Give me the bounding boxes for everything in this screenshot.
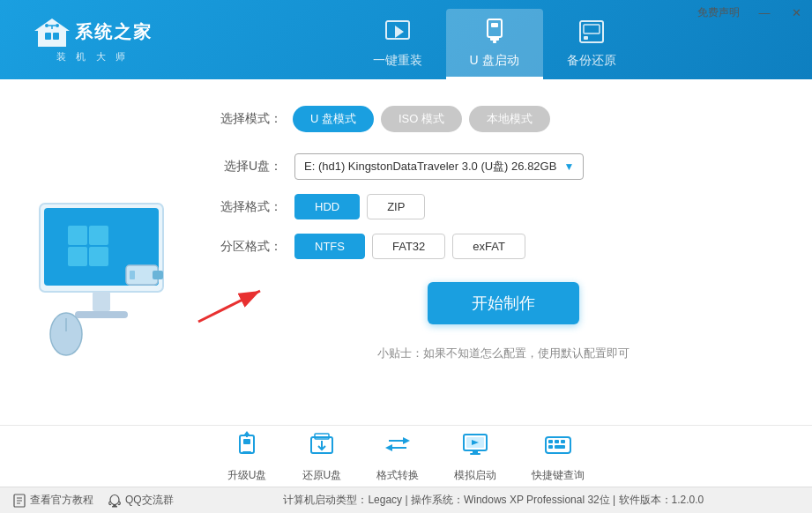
svg-rect-20 <box>68 247 87 266</box>
svg-marker-39 <box>385 444 392 451</box>
svg-rect-43 <box>470 453 480 455</box>
app-subtitle: 装 机 大 师 <box>56 50 128 63</box>
shortcut-btn[interactable]: 快捷键查询 <box>532 430 585 483</box>
close-button[interactable]: ✕ <box>780 0 812 25</box>
svg-rect-26 <box>130 271 135 279</box>
svg-point-5 <box>45 24 48 27</box>
svg-rect-19 <box>89 226 108 245</box>
svg-rect-15 <box>584 36 588 40</box>
svg-rect-21 <box>89 247 108 266</box>
restore-usb-label: 还原U盘 <box>302 468 342 483</box>
status-bar: 查看官方教程 QQ交流群 计算机启动类型：Legacy | 操作系统：Windo… <box>0 487 812 513</box>
svg-rect-10 <box>491 23 498 27</box>
logo-icon <box>33 17 71 48</box>
mode-iso-btn[interactable]: ISO 模式 <box>381 106 462 132</box>
qq-label: QQ交流群 <box>125 493 174 508</box>
svg-rect-56 <box>113 504 116 506</box>
start-make-button[interactable]: 开始制作 <box>428 282 579 324</box>
svg-line-30 <box>198 291 260 322</box>
partition-exfat-btn[interactable]: exFAT <box>452 234 525 259</box>
mode-local-btn[interactable]: 本地模式 <box>469 106 550 132</box>
book-icon <box>12 494 26 508</box>
app-name: 系统之家 <box>75 20 153 44</box>
logo-area: 系统之家 装 机 大 师 <box>0 0 176 79</box>
format-btn-group: HDD ZIP <box>294 194 425 219</box>
upgrade-icon <box>233 430 261 465</box>
simulate-icon <box>461 430 489 465</box>
svg-rect-33 <box>242 451 251 454</box>
window-controls: 免费声明 — ✕ <box>689 0 812 25</box>
svg-rect-57 <box>112 506 117 508</box>
svg-rect-32 <box>243 439 250 444</box>
svg-rect-48 <box>561 440 565 443</box>
svg-point-55 <box>110 494 119 504</box>
mode-usb-btn[interactable]: U 盘模式 <box>293 106 374 132</box>
svg-marker-34 <box>244 431 250 435</box>
format-select-row: 选择格式： HDD ZIP <box>220 194 786 219</box>
convert-btn[interactable]: 格式转换 <box>376 430 419 483</box>
convert-icon <box>384 430 412 465</box>
svg-rect-46 <box>548 440 553 443</box>
tab-backup-label: 备份还原 <box>567 53 616 69</box>
tutorial-link[interactable]: 查看官方教程 <box>12 493 93 508</box>
usb-dropdown[interactable]: E: (hd1) KingstonDataTraveler 3.0 (U盘) 2… <box>294 153 584 180</box>
convert-label: 格式转换 <box>376 468 419 483</box>
svg-rect-18 <box>68 226 87 245</box>
svg-rect-25 <box>153 271 163 279</box>
mode-label: 选择模式： <box>220 111 282 127</box>
main-area: 选择模式： U 盘模式 ISO 模式 本地模式 选择U盘： E: (hd1) K… <box>0 79 812 478</box>
dropdown-arrow-icon: ▼ <box>563 160 574 173</box>
svg-rect-14 <box>584 25 600 33</box>
svg-point-6 <box>56 24 59 27</box>
tutorial-label: 查看官方教程 <box>30 493 93 508</box>
right-panel: 选择模式： U 盘模式 ISO 模式 本地模式 选择U盘： E: (hd1) K… <box>203 79 812 478</box>
format-zip-btn[interactable]: ZIP <box>367 194 425 219</box>
svg-rect-9 <box>488 19 502 37</box>
format-label: 选择格式： <box>220 199 282 215</box>
partition-fat32-btn[interactable]: FAT32 <box>372 234 445 259</box>
backup-icon <box>578 19 605 48</box>
restore-usb-btn[interactable]: 还原U盘 <box>302 430 342 483</box>
free-notice-label: 免费声明 <box>689 5 749 20</box>
qq-link[interactable]: QQ交流群 <box>108 493 174 508</box>
partition-label: 分区格式： <box>220 239 282 255</box>
tab-reinstall[interactable]: 一键重装 <box>349 9 446 79</box>
simulate-btn[interactable]: 模拟启动 <box>454 430 496 483</box>
reinstall-icon <box>384 19 411 48</box>
svg-marker-8 <box>395 26 404 38</box>
svg-rect-1 <box>45 33 51 40</box>
restore-icon <box>308 430 336 465</box>
minimize-button[interactable]: — <box>749 0 780 25</box>
partition-format-row: 分区格式： NTFS FAT32 exFAT <box>220 234 786 259</box>
tab-usb[interactable]: U 盘启动 <box>446 9 543 79</box>
usb-icon <box>482 18 507 48</box>
logo-row: 系统之家 <box>33 17 153 48</box>
bottom-toolbar: 升级U盘 还原U盘 格式转换 <box>0 425 812 487</box>
shortcut-label: 快捷键查询 <box>532 468 585 483</box>
upgrade-usb-btn[interactable]: 升级U盘 <box>227 430 267 483</box>
partition-btn-group: NTFS FAT32 exFAT <box>294 234 525 259</box>
svg-rect-11 <box>490 37 499 41</box>
start-btn-row: 开始制作 <box>220 282 786 324</box>
left-panel <box>0 79 203 478</box>
svg-rect-47 <box>555 440 559 443</box>
tab-backup[interactable]: 备份还原 <box>543 9 640 79</box>
partition-ntfs-btn[interactable]: NTFS <box>294 234 365 259</box>
format-hdd-btn[interactable]: HDD <box>294 194 360 219</box>
mode-selector-row: 选择模式： U 盘模式 ISO 模式 本地模式 <box>220 106 786 132</box>
svg-rect-12 <box>493 41 496 43</box>
status-info: 计算机启动类型：Legacy | 操作系统：Windows XP Profess… <box>188 493 800 508</box>
tip-text: 小贴士：如果不知道怎么配置，使用默认配置即可 <box>220 346 786 361</box>
svg-rect-42 <box>473 450 478 453</box>
svg-rect-49 <box>548 445 553 449</box>
svg-marker-0 <box>34 19 70 47</box>
simulate-label: 模拟启动 <box>454 468 496 483</box>
monitor-illustration <box>22 195 181 362</box>
qq-icon <box>108 494 122 508</box>
svg-rect-23 <box>75 311 128 318</box>
tab-usb-label: U 盘启动 <box>470 53 519 69</box>
svg-marker-38 <box>403 437 410 444</box>
svg-rect-2 <box>53 33 59 40</box>
shortcut-icon <box>544 430 572 465</box>
upgrade-usb-label: 升级U盘 <box>227 468 267 483</box>
